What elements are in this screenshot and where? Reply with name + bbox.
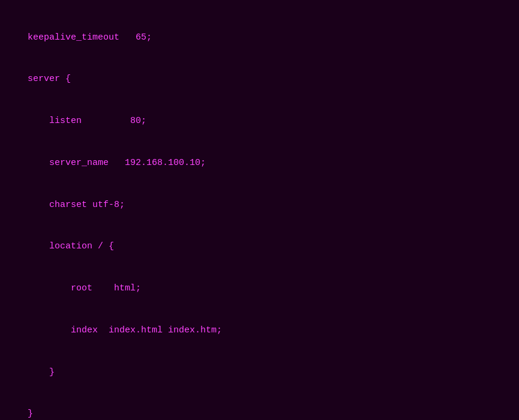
line-9: }	[6, 365, 519, 379]
line-8: index index.html index.htm;	[6, 323, 519, 337]
line-2: server {	[6, 72, 519, 86]
line-10: }	[6, 407, 519, 420]
line-6-location: location / {	[6, 239, 519, 253]
line-5: charset utf-8;	[6, 198, 519, 212]
code-lines: keepalive_timeout 65; server { listen 80…	[0, 0, 519, 420]
line-4: server_name 192.168.100.10;	[6, 156, 519, 170]
code-editor: keepalive_timeout 65; server { listen 80…	[0, 0, 519, 420]
line-1: keepalive_timeout 65;	[6, 31, 519, 44]
line-7: root html;	[6, 281, 519, 295]
line-3: listen 80;	[6, 114, 519, 128]
